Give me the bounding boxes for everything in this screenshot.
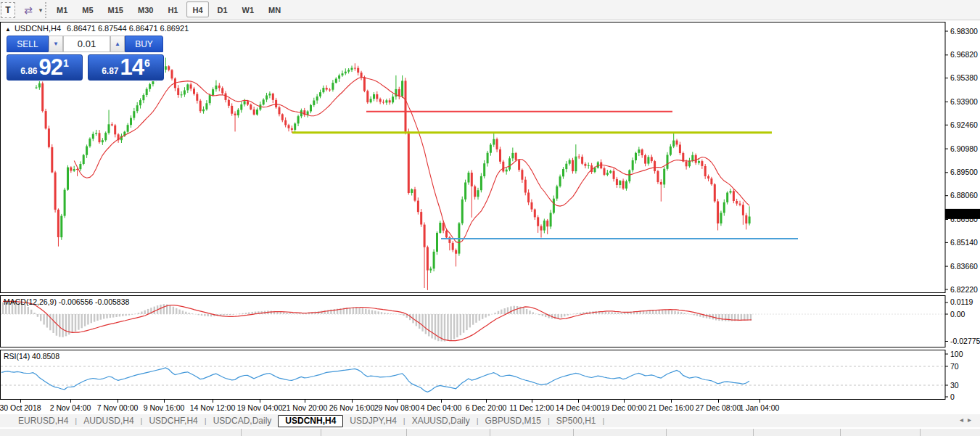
- time-label: 14 Dec 04:00: [556, 403, 601, 412]
- status-pane-separator: [753, 429, 754, 436]
- time-label: 29 Nov 08:00: [374, 403, 419, 412]
- time-tick: [70, 400, 71, 403]
- svg-text:70: 70: [950, 362, 959, 371]
- time-tick: [352, 400, 353, 403]
- chart-tab-AUDUSD[interactable]: AUDUSD,H4: [77, 415, 140, 427]
- chart-tab-USDCNH[interactable]: USDCNH,H4: [278, 415, 343, 427]
- tab-scroll-left-icon[interactable]: ◂: [960, 416, 968, 424]
- svg-text:0.0119: 0.0119: [950, 297, 973, 306]
- text-tool-icon[interactable]: T: [1, 2, 15, 18]
- status-pane-separator: [241, 429, 242, 436]
- time-label: 9 Nov 16:00: [144, 403, 185, 412]
- time-tick: [213, 400, 213, 403]
- buy-button[interactable]: BUY: [125, 36, 163, 52]
- timeframe-button-H4[interactable]: H4: [186, 1, 208, 17]
- svg-text:RSI(14) 40.8508: RSI(14) 40.8508: [4, 352, 59, 361]
- time-label: 26 Nov 16:00: [329, 403, 374, 412]
- svg-text:30: 30: [950, 381, 959, 390]
- time-tick: [759, 400, 760, 403]
- timeframe-button-M30[interactable]: M30: [132, 1, 159, 17]
- chart-tab-EURUSD[interactable]: EURUSD,H4: [12, 415, 75, 427]
- svg-text:6.98300: 6.98300: [950, 27, 978, 36]
- tab-separator: |: [602, 416, 604, 425]
- time-label: 4 Dec 04:00: [421, 403, 462, 412]
- time-tick: [164, 400, 165, 403]
- chart-title: ▲USDCNH,H46.86471 6.87544 6.86471 6.8692…: [5, 24, 189, 33]
- one-click-trading-widget: SELL ▼ 0.01 ▲ BUY 6.86 92 1 6.87 14 6: [6, 35, 165, 81]
- sell-price-pips: 92: [39, 55, 62, 79]
- svg-text:MACD(12,26,9) -0.006556 -0.005: MACD(12,26,9) -0.006556 -0.005838: [4, 297, 130, 306]
- time-tick: [486, 400, 487, 403]
- rsi-indicator-canvas[interactable]: 10070300RSI(14) 40.8508: [0, 350, 980, 400]
- timeframe-button-M5[interactable]: M5: [76, 1, 99, 17]
- timeframe-button-M1[interactable]: M1: [51, 1, 73, 17]
- timeframe-button-MN[interactable]: MN: [263, 1, 287, 17]
- time-tick: [578, 400, 579, 403]
- tab-scroll-arrows[interactable]: ◂▸: [960, 416, 976, 424]
- volume-decrease-button[interactable]: ▼: [49, 36, 63, 52]
- time-axis[interactable]: 30 Oct 20182 Nov 04:007 Nov 00:009 Nov 1…: [0, 400, 980, 414]
- chart-tab-GBPUSD[interactable]: GBPUSD,M15: [479, 415, 548, 427]
- status-pane-separator: [920, 429, 921, 436]
- status-pane-separator: [840, 429, 841, 436]
- timeframe-button-H1[interactable]: H1: [162, 1, 184, 17]
- status-bar: [0, 428, 980, 436]
- symbol-period-label: USDCNH,H4: [15, 24, 61, 33]
- time-label: 14 Nov 12:00: [190, 403, 235, 412]
- volume-increase-button[interactable]: ▲: [110, 36, 125, 52]
- volume-input[interactable]: 0.01: [63, 36, 110, 52]
- timeframe-toolbar: M1M5M15M30H1H4D1W1MN: [49, 1, 288, 17]
- svg-text:-0.027754: -0.027754: [950, 337, 980, 345]
- sell-price-prefix: 6.86: [20, 66, 37, 76]
- svg-text:6.82220: 6.82220: [950, 285, 978, 294]
- time-tick: [397, 400, 398, 403]
- chart-tab-USDJPY[interactable]: USDJPY,H4: [343, 415, 403, 427]
- tab-strip: EURUSD,H4|AUDUSD,H4|USDCHF,H4|USDCAD,Dai…: [12, 414, 604, 427]
- time-tick: [118, 400, 118, 403]
- time-label: 21 Dec 16:00: [648, 403, 693, 412]
- time-label: 7 Nov 00:00: [97, 403, 139, 412]
- svg-text:6.90980: 6.90980: [950, 144, 978, 153]
- time-label: 19 Nov 04:00: [237, 403, 282, 412]
- buy-price-panel[interactable]: 6.87 14 6: [88, 54, 164, 81]
- timeframe-button-D1[interactable]: D1: [212, 1, 234, 17]
- time-tick: [260, 400, 260, 403]
- chevron-down-icon[interactable]: ▾: [36, 2, 45, 18]
- timeframe-button-W1[interactable]: W1: [236, 1, 260, 17]
- arrange-arrows-icon[interactable]: ⇄: [19, 2, 38, 18]
- timeframe-button-M15[interactable]: M15: [102, 1, 129, 17]
- time-label: 19 Dec 00:00: [601, 403, 646, 412]
- time-label: 1 Jan 04:00: [740, 403, 780, 412]
- time-label: 6 Dec 20:00: [466, 403, 507, 412]
- time-label: 21 Nov 20:00: [282, 403, 327, 412]
- time-label: 2 Nov 04:00: [50, 403, 91, 412]
- status-pane-separator: [321, 429, 321, 436]
- chart-tab-USDCHF[interactable]: USDCHF,H4: [142, 415, 204, 427]
- svg-text:0.00: 0.00: [950, 310, 965, 318]
- status-pane-separator: [406, 429, 407, 436]
- chart-tab-bar: EURUSD,H4|AUDUSD,H4|USDCHF,H4|USDCAD,Dai…: [0, 414, 980, 427]
- sell-button[interactable]: SELL: [7, 36, 49, 52]
- chart-tab-USDCAD[interactable]: USDCAD,Daily: [207, 415, 279, 427]
- ohlc-values: 6.86471 6.87544 6.86471 6.86921: [67, 24, 189, 33]
- svg-text:6.85140: 6.85140: [950, 238, 978, 247]
- svg-text:6.88060: 6.88060: [950, 191, 978, 200]
- buy-price-prefix: 6.87: [102, 66, 118, 76]
- status-pane-separator: [666, 429, 667, 436]
- time-label: 30 Oct 2018: [0, 403, 41, 412]
- svg-text:6.95380: 6.95380: [950, 73, 978, 82]
- svg-text:6.83660: 6.83660: [950, 262, 978, 271]
- chart-tab-XAUUSD[interactable]: XAUUSD,Daily: [405, 415, 477, 427]
- macd-indicator-canvas[interactable]: 0.01190.00-0.027754MACD(12,26,9) -0.0065…: [0, 295, 980, 347]
- collapse-triangle-icon[interactable]: ▲: [5, 26, 11, 33]
- toolbar-separator: [45, 2, 47, 18]
- time-tick: [20, 400, 21, 403]
- time-tick: [305, 400, 305, 403]
- toolbar: T ⇄ ▾ M1M5M15M30H1H4D1W1MN: [0, 0, 980, 20]
- sell-price-panel[interactable]: 6.86 92 1: [7, 54, 83, 81]
- chart-tab-SP500[interactable]: SP500,H1: [550, 415, 603, 427]
- time-label: 27 Dec 08:00: [696, 403, 741, 412]
- svg-text:0: 0: [950, 392, 955, 400]
- buy-price-point: 6: [144, 57, 150, 69]
- tab-scroll-right-icon[interactable]: ▸: [968, 416, 976, 424]
